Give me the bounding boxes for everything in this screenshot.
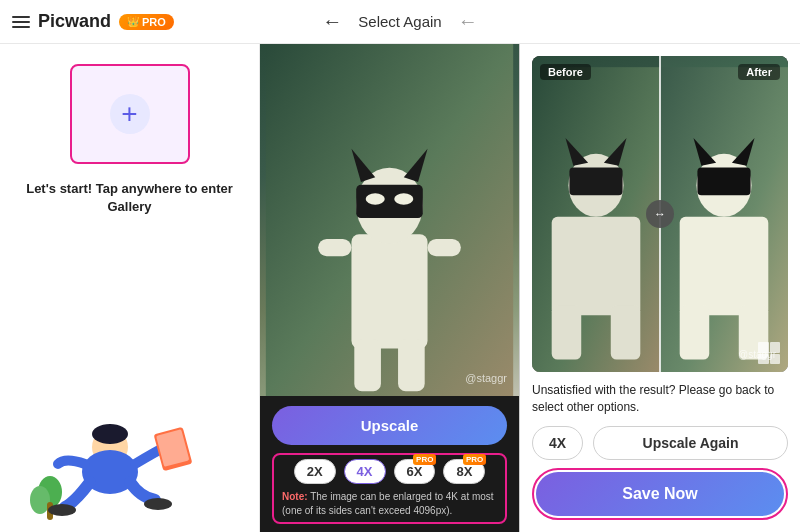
mid-watermark: @staggr (465, 372, 507, 384)
upload-box[interactable]: + (70, 64, 190, 164)
brand-name: Picwand (38, 11, 111, 32)
main-content: + Let's start! Tap anywhere to enter Gal… (0, 44, 800, 532)
svg-rect-20 (354, 339, 381, 391)
scale-8x-chip[interactable]: 8XPRO (443, 459, 485, 484)
mid-image: @staggr (260, 44, 519, 396)
right-actions: 4X Upscale Again (532, 426, 788, 460)
after-half (660, 56, 788, 372)
after-label: After (738, 64, 780, 80)
left-panel: + Let's start! Tap anywhere to enter Gal… (0, 44, 260, 532)
header-center: ← Select Again ← (206, 10, 594, 33)
back-button[interactable]: ← (322, 10, 342, 33)
compare-area: Before After ↔ @staggr (532, 56, 788, 372)
mid-image-area: @staggr (260, 44, 519, 396)
grid-icon (758, 342, 780, 364)
svg-point-9 (144, 498, 172, 510)
scale-4x-chip[interactable]: 4X (344, 459, 386, 484)
note-body: The image can be enlarged to 4K at most … (282, 491, 494, 516)
before-half (532, 56, 660, 372)
upscale-again-button[interactable]: Upscale Again (593, 426, 788, 460)
pro-badge: PRO (119, 14, 174, 30)
svg-rect-18 (318, 239, 351, 256)
save-now-wrapper: Save Now (532, 468, 788, 520)
svg-rect-28 (552, 305, 582, 359)
right-panel: Before After ↔ @staggr Unsatisfied with … (520, 44, 800, 532)
svg-rect-19 (428, 239, 461, 256)
scale-options: 2X 4X 6XPRO 8XPRO (278, 459, 501, 484)
app-header: Picwand PRO ← Select Again ← (0, 0, 800, 44)
svg-rect-36 (680, 305, 710, 359)
scale-options-box: 2X 4X 6XPRO 8XPRO Note: The image can be… (272, 453, 507, 524)
svg-rect-15 (356, 185, 423, 218)
svg-rect-27 (552, 217, 641, 315)
compare-handle[interactable]: ↔ (646, 200, 674, 228)
svg-rect-21 (398, 339, 425, 391)
note-bold: Note: (282, 491, 308, 502)
menu-icon[interactable] (12, 16, 30, 28)
plus-icon: + (110, 94, 150, 134)
upscale-button[interactable]: Upscale (272, 406, 507, 445)
svg-point-17 (394, 193, 413, 204)
svg-rect-26 (569, 168, 622, 196)
mid-bottom: Upscale 2X 4X 6XPRO 8XPRO Note: The imag… (260, 396, 519, 532)
before-label: Before (540, 64, 591, 80)
svg-rect-11 (351, 234, 427, 348)
svg-rect-29 (611, 305, 641, 359)
right-4x-chip[interactable]: 4X (532, 426, 583, 460)
scale-6x-chip[interactable]: 6XPRO (394, 459, 436, 484)
upload-label: Let's start! Tap anywhere to enter Galle… (16, 180, 243, 216)
svg-point-1 (92, 424, 128, 444)
header-left: Picwand PRO (12, 11, 206, 32)
select-again-button[interactable]: Select Again (358, 13, 441, 30)
illustration (10, 392, 210, 522)
svg-point-8 (48, 504, 76, 516)
mid-panel: @staggr Upscale 2X 4X 6XPRO 8XPRO Note: … (260, 44, 520, 532)
note-text: Note: The image can be enlarged to 4K at… (278, 490, 501, 518)
scale-2x-chip[interactable]: 2X (294, 459, 336, 484)
unsatisfied-text: Unsatisfied with the result? Please go b… (532, 382, 788, 416)
save-now-button[interactable]: Save Now (536, 472, 784, 516)
svg-rect-35 (680, 217, 769, 315)
svg-point-16 (366, 193, 385, 204)
forward-button[interactable]: ← (458, 10, 478, 33)
svg-rect-34 (697, 168, 750, 196)
